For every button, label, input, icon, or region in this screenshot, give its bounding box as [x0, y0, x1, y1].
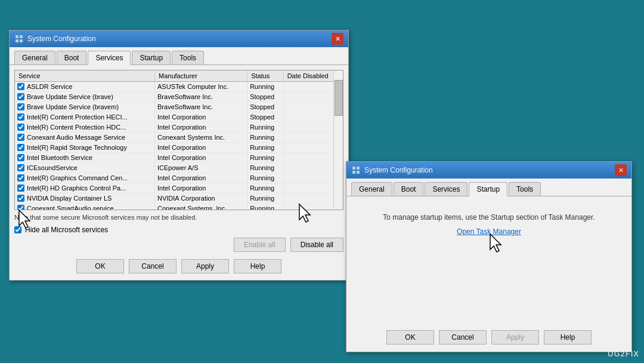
main-window-content: Service Manufacturer Status Date Disable… [10, 65, 348, 278]
status-cell: Stopped [247, 92, 283, 102]
table-row: ASLDR ServiceASUSTek Computer Inc.Runnin… [15, 82, 343, 92]
tab2-boot[interactable]: Boot [394, 182, 424, 196]
manufacturer-cell: ASUSTek Computer Inc. [155, 82, 247, 92]
main-system-config-window: System Configuration ✕ General Boot Serv… [9, 30, 349, 281]
service-name-cell: Conexant Audio Message Service [15, 133, 155, 143]
scroll-thumb[interactable] [335, 80, 343, 116]
service-name-cell: Intel(R) Content Protection HDC... [15, 122, 155, 133]
hide-ms-row: Hide all Microsoft services [14, 226, 343, 234]
second-cancel-button[interactable]: Cancel [439, 330, 487, 344]
service-name-cell: Intel(R) Content Protection HECI... [15, 112, 155, 122]
help-button[interactable]: Help [234, 259, 281, 273]
second-tab-bar: General Boot Services Startup Tools [346, 179, 631, 196]
table-row: Conexant Audio Message ServiceConexant S… [15, 133, 343, 143]
main-window-title: System Configuration [27, 35, 96, 43]
service-label: NVIDIA Display Container LS [27, 195, 112, 202]
tab-boot[interactable]: Boot [57, 51, 87, 64]
table-row: Intel(R) Content Protection HECI...Intel… [15, 112, 343, 122]
service-label: Conexant Audio Message Service [27, 134, 125, 141]
apply-button[interactable]: Apply [181, 259, 229, 273]
watermark: UG2FIX [608, 349, 639, 358]
second-window-content: To manage startup items, use the Startup… [346, 196, 631, 253]
enable-all-button[interactable]: Enable all [234, 238, 286, 252]
service-label: Intel(R) Content Protection HECI... [27, 113, 128, 121]
service-name-cell: Brave Update Service (brave) [15, 92, 155, 102]
tab-startup[interactable]: Startup [132, 51, 171, 64]
manufacturer-cell: Intel Corporation [155, 173, 247, 183]
status-cell: Running [247, 153, 283, 163]
service-checkbox[interactable] [17, 93, 24, 100]
service-label: Brave Update Service (bravem) [27, 103, 119, 110]
hide-ms-label: Hide all Microsoft services [25, 226, 108, 234]
manufacturer-cell: BraveSoftware Inc. [155, 92, 247, 102]
second-title-bar: System Configuration ✕ [346, 162, 631, 179]
service-checkbox[interactable] [17, 184, 24, 192]
status-cell: Running [247, 163, 283, 173]
manufacturer-cell: Conexant Systems Inc. [155, 133, 247, 143]
main-close-button[interactable]: ✕ [332, 33, 343, 45]
service-label: Intel(R) Rapid Storage Technology [27, 144, 127, 151]
service-checkbox[interactable] [17, 113, 24, 121]
service-checkbox[interactable] [17, 124, 24, 131]
table-row: NVIDIA Display Container LSNVIDIA Corpor… [15, 193, 343, 204]
svg-rect-3 [20, 39, 23, 42]
enable-disable-row: Enable all Disable all [14, 238, 343, 252]
service-checkbox[interactable] [17, 134, 24, 141]
main-tab-bar: General Boot Services Startup Tools [10, 47, 348, 65]
service-name-cell: Intel(R) Graphics Command Cen... [15, 173, 155, 183]
status-cell: Running [247, 204, 283, 211]
startup-description: To manage startup items, use the Startup… [361, 213, 617, 222]
service-label: Intel Bluetooth Service [27, 154, 92, 161]
service-checkbox[interactable] [17, 103, 24, 110]
tab2-tools[interactable]: Tools [509, 182, 541, 196]
tab2-startup[interactable]: Startup [469, 182, 507, 196]
service-checkbox[interactable] [17, 144, 24, 151]
cancel-button[interactable]: Cancel [129, 259, 177, 273]
table-row: Intel(R) Content Protection HDC...Intel … [15, 122, 343, 133]
tab2-general[interactable]: General [351, 182, 392, 196]
second-close-button[interactable]: ✕ [615, 164, 627, 176]
service-checkbox[interactable] [17, 83, 24, 90]
service-checkbox[interactable] [17, 205, 24, 210]
second-system-config-window: System Configuration ✕ General Boot Serv… [346, 161, 632, 352]
second-help-button[interactable]: Help [544, 330, 592, 344]
tab-tools[interactable]: Tools [172, 51, 204, 64]
svg-rect-8 [357, 171, 360, 174]
disable-all-button[interactable]: Disable all [290, 238, 343, 252]
manufacturer-cell: Intel Corporation [155, 122, 247, 133]
hide-ms-checkbox[interactable] [14, 226, 21, 233]
col-service: Service [15, 70, 155, 82]
svg-rect-1 [20, 35, 23, 38]
service-checkbox[interactable] [17, 154, 24, 161]
tab-services[interactable]: Services [88, 51, 131, 65]
svg-rect-7 [352, 171, 355, 174]
scrollbar[interactable] [333, 70, 343, 210]
svg-rect-5 [352, 167, 355, 170]
service-checkbox[interactable] [17, 195, 24, 202]
svg-rect-0 [16, 35, 18, 38]
service-name-cell: Brave Update Service (bravem) [15, 102, 155, 112]
table-row: Intel(R) Rapid Storage TechnologyIntel C… [15, 143, 343, 153]
second-ok-button[interactable]: OK [386, 330, 434, 344]
service-checkbox[interactable] [17, 164, 24, 171]
ok-button[interactable]: OK [76, 259, 124, 273]
tab2-services[interactable]: Services [425, 182, 467, 196]
service-checkbox[interactable] [17, 174, 24, 182]
table-row: Intel Bluetooth ServiceIntel Corporation… [15, 153, 343, 163]
open-task-manager-link[interactable]: Open Task Manager [457, 227, 521, 236]
table-row: Intel(R) Graphics Command Cen...Intel Co… [15, 173, 343, 183]
service-name-cell: Intel Bluetooth Service [15, 153, 155, 163]
status-cell: Running [247, 122, 283, 133]
second-apply-button[interactable]: Apply [491, 330, 539, 344]
service-name-cell: Intel(R) Rapid Storage Technology [15, 143, 155, 153]
startup-content: To manage startup items, use the Startup… [351, 201, 627, 248]
manufacturer-cell: ICEpower A/S [155, 163, 247, 173]
second-bottom-buttons: OK Cancel Apply Help [346, 330, 631, 344]
status-cell: Running [247, 82, 283, 92]
service-name-cell: ICEsoundService [15, 163, 155, 173]
service-label: ASLDR Service [27, 83, 72, 90]
main-bottom-buttons: OK Cancel Apply Help [14, 259, 343, 273]
tab-general[interactable]: General [14, 51, 55, 64]
service-label: Intel(R) Graphics Command Cen... [27, 174, 128, 182]
service-name-cell: Intel(R) HD Graphics Control Pa... [15, 183, 155, 193]
